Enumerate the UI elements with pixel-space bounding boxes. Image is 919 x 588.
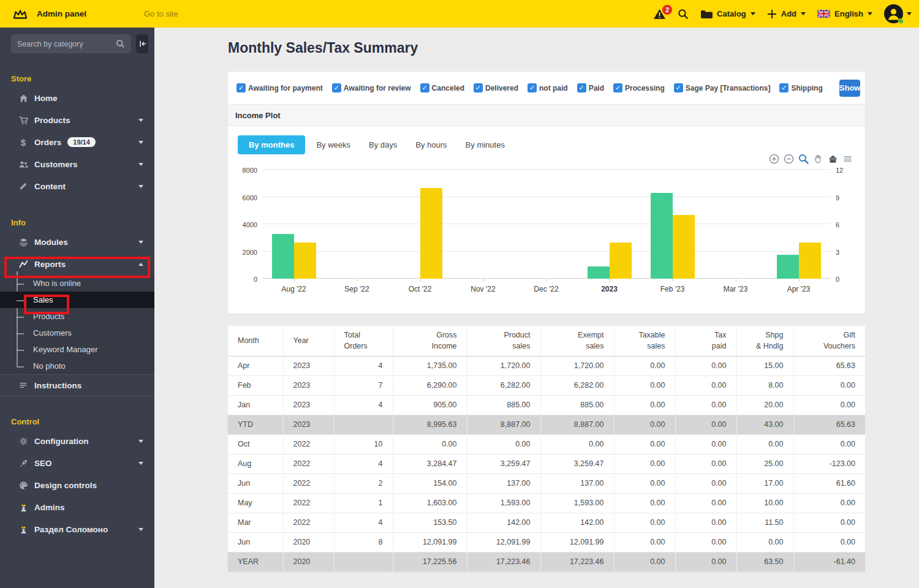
sidebar-item-admins[interactable]: Admins	[0, 496, 154, 518]
sidebar-search-input[interactable]	[17, 40, 116, 48]
status-filter-processing[interactable]: ✓Processing	[613, 83, 665, 92]
sidebar-item-design-controls[interactable]: Design controls	[0, 474, 154, 496]
left-axis-tick: 4000	[233, 221, 257, 228]
checkbox-checked-icon[interactable]: ✓	[474, 83, 483, 92]
income-bar	[272, 234, 294, 279]
checkbox-checked-icon[interactable]: ✓	[779, 83, 789, 92]
language-menu-button[interactable]: English	[817, 9, 872, 18]
sidebar-item-content[interactable]: Content	[0, 175, 154, 197]
sidebar-item-products[interactable]: Products	[0, 109, 154, 131]
tab-by-days[interactable]: By days	[361, 135, 404, 154]
brand: Admin panel	[12, 0, 86, 28]
table-cell: 6,282.00	[467, 375, 540, 395]
table-cell: 885.00	[467, 395, 540, 415]
sidebar-subitem-who-is-online[interactable]: Who is online	[0, 275, 154, 292]
gridline	[262, 169, 830, 170]
go-to-site-link[interactable]: Go to site	[144, 0, 178, 28]
rocket-icon	[17, 458, 29, 469]
home-reset-icon[interactable]	[828, 154, 838, 164]
sidebar-item-seo[interactable]: SEO	[0, 452, 154, 474]
sidebar-item-reports[interactable]: Reports	[0, 253, 154, 275]
sidebar-item-configuration[interactable]: Configuration	[0, 430, 154, 452]
checkbox-checked-icon[interactable]: ✓	[332, 83, 341, 92]
income-bar	[588, 266, 610, 279]
table-row: YTD20238,995.638,887.008,887.000.000.004…	[228, 415, 865, 434]
sidebar-collapse-button[interactable]	[136, 34, 148, 53]
tab-by-monthes[interactable]: By monthes	[238, 135, 305, 154]
status-filter-not-paid[interactable]: ✓not paid	[528, 83, 568, 92]
status-filter-sage-pay-transactions[interactable]: ✓Sage Pay [Transactions]	[674, 83, 771, 92]
notifications-button[interactable]: 2	[653, 9, 666, 20]
zoom-out-icon[interactable]	[784, 154, 794, 164]
table-cell: 137.00	[467, 473, 540, 493]
user-avatar-button[interactable]	[884, 4, 912, 23]
status-filter-awaiting-for-payment[interactable]: ✓Awaiting for payment	[236, 83, 323, 92]
status-filter-awaiting-for-review[interactable]: ✓Awaiting for review	[332, 83, 411, 92]
show-button[interactable]: Show	[839, 80, 861, 97]
page-title: Monthly Sales/Tax Summary	[228, 40, 919, 56]
status-filter-paid[interactable]: ✓Paid	[577, 83, 604, 92]
box-zoom-icon[interactable]	[798, 154, 809, 164]
status-filter-shipping[interactable]: ✓Shipping	[779, 83, 822, 92]
search-icon[interactable]	[678, 9, 689, 20]
add-label: Add	[781, 9, 796, 18]
checkbox-checked-icon[interactable]: ✓	[420, 83, 429, 92]
status-filter-canceled[interactable]: ✓Canceled	[420, 83, 464, 92]
tab-by-hours[interactable]: By hours	[408, 135, 454, 154]
table-cell: 11.50	[736, 513, 793, 532]
table-cell: 0.00	[675, 395, 736, 415]
table-cell: Jan	[228, 395, 283, 415]
sidebar-item-home[interactable]: Home	[0, 87, 154, 109]
brand-title: Admin panel	[37, 9, 86, 18]
table-cell: -123.00	[793, 454, 865, 473]
checkbox-checked-icon[interactable]: ✓	[528, 83, 537, 92]
plus-icon	[767, 9, 777, 19]
checkbox-checked-icon[interactable]: ✓	[613, 83, 622, 92]
table-cell: 2022	[283, 454, 334, 473]
checkbox-checked-icon[interactable]: ✓	[577, 83, 586, 92]
sidebar-item-modules[interactable]: Modules	[0, 231, 154, 253]
table-cell: YEAR	[228, 552, 283, 571]
table-cell: Mar	[228, 513, 283, 532]
tab-by-minutes[interactable]: By minutes	[458, 135, 512, 154]
sidebar-subitem-sales[interactable]: Sales	[0, 292, 154, 308]
table-cell	[334, 552, 393, 571]
menu-icon[interactable]	[842, 154, 853, 164]
sidebar-item-orders[interactable]: $ Orders 19/14	[0, 131, 154, 153]
left-axis-tick: 2000	[233, 249, 257, 256]
income-bar	[651, 193, 673, 279]
sidebar-search-box[interactable]	[11, 34, 131, 53]
table-cell: 4	[334, 356, 393, 375]
orders-bar	[673, 215, 695, 279]
table-cell: 2023	[283, 395, 334, 415]
catalog-menu-button[interactable]: Catalog	[700, 9, 755, 19]
zoom-in-icon[interactable]	[769, 154, 779, 164]
table-row: Feb202376,290.006,282.006,282.000.000.00…	[228, 375, 865, 395]
checkbox-checked-icon[interactable]: ✓	[674, 83, 683, 92]
table-cell: 0.00	[675, 356, 736, 375]
table-cell: 4	[334, 395, 393, 415]
filter-label: Awaiting for review	[344, 84, 411, 92]
add-menu-button[interactable]: Add	[767, 9, 806, 19]
table-cell: 17,223.46	[540, 552, 614, 571]
table-cell: 0.00	[793, 395, 865, 415]
pan-icon[interactable]	[813, 154, 823, 164]
table-cell: 2022	[283, 434, 334, 454]
status-filter-delivered[interactable]: ✓Delivered	[474, 83, 518, 92]
tab-by-weeks[interactable]: By weeks	[309, 135, 358, 154]
sidebar-subitem-no-photo[interactable]: No photo	[0, 358, 154, 374]
sidebar-subitem-products[interactable]: Products	[0, 308, 154, 325]
income-plot-title: Income Plot	[235, 111, 281, 120]
checkbox-checked-icon[interactable]: ✓	[236, 83, 246, 92]
sidebar-subitem-customers[interactable]: Customers	[0, 325, 154, 341]
column-header: Gift Vouchers	[793, 326, 865, 356]
table-cell: 1,720.00	[467, 356, 540, 375]
chevron-down-icon	[138, 241, 143, 244]
sidebar-subitem-keyword-manager[interactable]: Keyword Manager	[0, 341, 154, 358]
sidebar-item-customers[interactable]: Customers	[0, 153, 154, 175]
sidebar-item-instructions[interactable]: Instructions	[0, 374, 154, 396]
table-cell: 20.00	[736, 395, 793, 415]
sidebar-item-razdel-solomono[interactable]: Раздел Соломоно	[0, 518, 154, 540]
chevron-down-icon	[138, 462, 143, 465]
subitem-label: Sales	[33, 295, 53, 304]
